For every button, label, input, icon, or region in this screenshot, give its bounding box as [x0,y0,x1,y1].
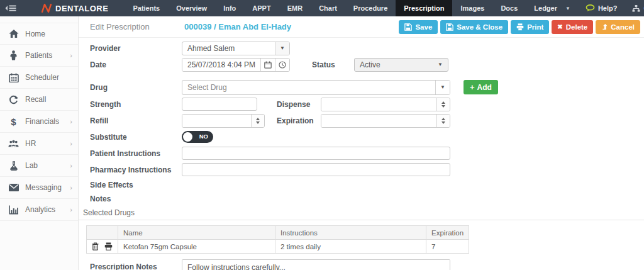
main-content: Edit Prescription 000039 / Eman Abd El-H… [79,16,644,270]
app-brand[interactable]: DENTALORE [42,0,108,16]
strength-label: Strength [90,100,182,109]
actions-column-header [87,226,118,240]
calendar-icon [8,73,19,82]
sidebar-item-label: Messaging [25,183,62,192]
spacer [90,74,644,79]
nav-overflow-caret-icon[interactable]: ▼ [565,6,570,11]
save-button[interactable]: Save [399,20,438,34]
delete-button[interactable]: ✖ Delete [552,20,593,34]
tab-chart[interactable]: Chart [311,0,345,16]
drug-caret-button[interactable]: ▼ [435,81,450,94]
sidebar-item-analytics[interactable]: Analytics › [0,199,78,221]
strength-cell [182,98,277,111]
spin-up-icon [441,118,445,120]
instructions-column-header: Instructions [275,226,426,240]
date-picker-group [182,58,290,72]
print-button[interactable]: Print [511,20,549,34]
drug-placeholder: Select Drug [182,81,435,94]
trash-icon[interactable] [92,242,99,250]
refill-spinner[interactable] [251,115,264,127]
sidebar-item-hr[interactable]: HR › [0,133,78,155]
drug-select-dropdown[interactable]: Select Drug ▼ [182,80,450,95]
cancel-button[interactable]: Cancel [596,20,640,34]
dispense-label: Dispense [277,100,321,109]
expiration-stepper [321,114,450,128]
patient-instructions-label: Patient Instructions [90,149,182,158]
sidebar-toggle-icon [5,4,16,12]
add-drug-button[interactable]: + Add [464,80,498,94]
add-label: Add [477,83,492,92]
status-select[interactable]: Active ▼ [354,58,448,72]
clock-icon [279,61,286,69]
tab-emr[interactable]: EMR [279,0,311,16]
chevron-right-icon: › [70,184,72,191]
drug-label: Drug [90,83,182,92]
tab-overview[interactable]: Overview [168,0,215,16]
spin-up-icon [256,118,260,120]
delete-x-icon: ✖ [557,23,562,30]
spin-down-icon [256,121,260,124]
chevron-down-icon: ▼ [438,62,443,67]
toggle-knob [183,132,192,142]
toggle-state-label: NO [199,133,208,140]
print-icon [516,23,524,31]
strength-input[interactable] [182,98,257,111]
chevron-down-icon: ▼ [440,84,445,90]
date-input[interactable] [182,59,260,71]
row-actions-cell [87,240,118,254]
expiration-input[interactable] [321,115,436,127]
sidebar-item-patients[interactable]: Patients › [0,45,78,67]
tab-images[interactable]: Images [452,0,492,16]
side-effects-row: Side Effects [90,179,644,191]
status-label: Status [312,60,345,69]
provider-caret-button[interactable]: ▼ [275,42,289,55]
sidebar-item-home[interactable]: Home [0,23,78,45]
tab-prescription[interactable]: Prescription [396,0,452,16]
dispense-stepper [321,98,450,111]
substitute-row: Substitute NO [90,130,644,144]
tab-ledger[interactable]: Ledger [526,0,565,16]
tab-procedure[interactable]: Procedure [345,0,396,16]
tab-patients[interactable]: Patients [125,0,168,16]
tab-appt[interactable]: APPT [244,0,279,16]
plus-icon: + [470,82,475,92]
nav-right-group: ▼ Help? OCtober System Administrator [565,0,644,16]
dispense-input[interactable] [321,98,436,111]
sidebar-item-label: HR [25,139,36,148]
sidebar-item-lab[interactable]: Lab › [0,155,78,177]
tab-docs[interactable]: Docs [492,0,526,16]
drug-expiration-cell: 7 [426,240,469,254]
sidebar-item-recall[interactable]: Recall [0,89,78,111]
patient-instructions-input[interactable] [182,147,450,160]
refill-input[interactable] [182,115,251,127]
help-button[interactable]: Help? [586,4,618,12]
patient-icon [8,50,19,60]
prescription-notes-row: Prescription Notes Follow instructions c… [79,259,644,270]
delete-label: Delete [566,23,588,31]
dispense-spinner[interactable] [436,98,450,111]
print-label: Print [527,23,543,31]
sidebar-item-messaging[interactable]: Messaging › [0,177,78,199]
strength-row: Strength Dispense [90,97,644,111]
help-chat-icon [586,4,595,12]
prescription-notes-textarea[interactable]: Follow instructions carefully... Dr. Ahm… [182,259,450,270]
chevron-right-icon: › [70,118,72,125]
expiration-spinner[interactable] [436,115,450,127]
notes-label: Notes [90,194,182,203]
provider-dropdown[interactable]: Ahmed Salem ▼ [182,42,290,55]
patient-link[interactable]: 000039 / Eman Abd El-Hady [184,22,291,31]
sidebar-item-scheduler[interactable]: Scheduler [0,67,78,89]
substitute-toggle[interactable]: NO [182,131,213,143]
print-row-icon[interactable] [104,242,113,250]
time-picker-button[interactable] [275,59,289,71]
expiration-column-header: Expiration [426,226,469,240]
pharmacy-instructions-input[interactable] [182,163,450,176]
refill-row: Refill Expiration [90,113,644,128]
sidebar-item-financials[interactable]: $ Financials › [0,111,78,133]
sidebar-collapse-button[interactable] [0,0,23,16]
save-and-close-button[interactable]: Save & Close [440,20,508,34]
clinic-selector[interactable]: OCtober [632,4,644,12]
calendar-picker-button[interactable] [260,59,275,71]
tab-info[interactable]: Info [215,0,244,16]
table-header-row: Name Instructions Expiration [87,226,469,240]
